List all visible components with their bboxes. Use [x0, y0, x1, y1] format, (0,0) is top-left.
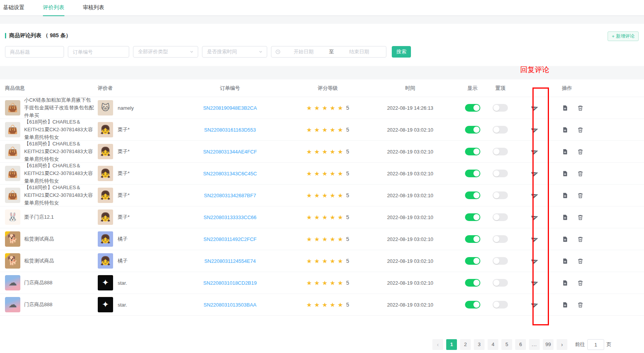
show-toggle[interactable]: [465, 148, 480, 155]
product-title: 【618同价】CHARLES＆KEITH21夏CK2-30781483大容量单肩…: [24, 118, 94, 141]
pagination-page-1[interactable]: 1: [446, 339, 457, 350]
reviewer-name: 栗子*: [118, 192, 130, 199]
show-toggle[interactable]: [465, 257, 480, 265]
top-toggle[interactable]: [493, 235, 508, 243]
top-toggle[interactable]: [493, 126, 508, 134]
pagination-page-6[interactable]: 6: [515, 339, 526, 350]
table-row: 🐰 栗子门店12.1 👧 栗子* SN220803133333CC66 ★★★★…: [0, 206, 644, 228]
order-number-link[interactable]: SN220803133333CC66: [204, 214, 256, 220]
tab-review-list[interactable]: 评价列表: [43, 0, 64, 15]
reply-send-icon[interactable]: [531, 214, 539, 221]
delete-icon[interactable]: [577, 148, 583, 155]
top-toggle[interactable]: [493, 104, 508, 112]
avatar-glyph: 👧: [100, 168, 110, 178]
order-number-link[interactable]: SN2208031343C6C45C: [203, 171, 257, 176]
show-toggle[interactable]: [465, 279, 480, 287]
reply-send-icon[interactable]: [531, 192, 539, 199]
copy-file-icon[interactable]: [562, 302, 568, 308]
product-title-input[interactable]: [5, 46, 64, 58]
top-toggle[interactable]: [493, 170, 508, 177]
reply-send-icon[interactable]: [531, 170, 539, 177]
copy-file-icon[interactable]: [562, 192, 568, 199]
review-time: 2022-08-19 03:02:10: [387, 258, 434, 264]
copy-file-icon[interactable]: [562, 105, 568, 111]
reply-send-icon[interactable]: [531, 257, 539, 265]
rating-score: 5: [346, 214, 349, 220]
product-cell: ☁ 门店商品888: [0, 275, 94, 290]
copy-file-icon[interactable]: [562, 170, 568, 177]
show-toggle[interactable]: [465, 213, 480, 221]
show-toggle[interactable]: [465, 126, 480, 134]
order-number-link[interactable]: SN2208031013503BAA: [204, 302, 256, 308]
avatar: 👧: [98, 166, 113, 181]
pagination-prev-button[interactable]: ‹: [432, 339, 443, 350]
delete-icon[interactable]: [577, 236, 583, 242]
delete-icon[interactable]: [577, 302, 583, 308]
time-search-select[interactable]: 是否搜索时间: [202, 46, 267, 58]
order-number-link[interactable]: SN220803161163D553: [204, 127, 256, 133]
pagination-page-2[interactable]: 2: [460, 339, 471, 350]
order-no-input[interactable]: [68, 46, 129, 58]
top-toggle[interactable]: [493, 301, 508, 308]
copy-file-icon[interactable]: [562, 280, 568, 286]
reviewer-cell: 👧 栗子*: [94, 122, 167, 137]
order-number-link[interactable]: SN2208031124554E74: [204, 258, 256, 264]
show-toggle[interactable]: [465, 104, 480, 112]
pagination-page-5[interactable]: 5: [501, 339, 512, 350]
show-toggle[interactable]: [465, 191, 480, 199]
review-type-select[interactable]: 全部评价类型: [133, 46, 198, 58]
title-accent-bar: [5, 33, 6, 38]
show-toggle[interactable]: [465, 235, 480, 243]
copy-file-icon[interactable]: [562, 214, 568, 221]
delete-icon[interactable]: [577, 105, 583, 111]
filter-row: 全部评价类型 是否搜索时间 开始日期 至 结束日期 搜索: [5, 46, 639, 58]
top-toggle[interactable]: [493, 213, 508, 221]
time-search-select-value: 是否搜索时间: [207, 48, 237, 55]
reply-send-icon[interactable]: [531, 104, 539, 112]
date-range-picker[interactable]: 开始日期 至 结束日期: [271, 46, 386, 58]
show-toggle[interactable]: [465, 301, 480, 308]
tab-audit-list[interactable]: 审核列表: [83, 0, 104, 15]
copy-file-icon[interactable]: [562, 127, 568, 133]
order-number-link[interactable]: SN2208031342687BF7: [204, 193, 256, 198]
reply-send-icon[interactable]: [531, 126, 539, 134]
product-title: 门店商品888: [24, 301, 53, 308]
order-number-link[interactable]: SN2208031018CD2B19: [203, 280, 257, 286]
delete-icon[interactable]: [577, 127, 583, 133]
top-toggle[interactable]: [493, 279, 508, 287]
order-number-link[interactable]: SN2208031344AE4FCF: [203, 149, 257, 155]
order-number-link[interactable]: SN2208190948E3B2CA: [203, 105, 257, 111]
reply-send-icon[interactable]: [531, 279, 539, 287]
pagination-next-button[interactable]: ›: [557, 339, 567, 350]
delete-icon[interactable]: [577, 192, 583, 199]
goto-page-input[interactable]: [587, 339, 604, 350]
table-row: ☁ 门店商品888 ✦ star. SN2208031013503BAA ★★★…: [0, 294, 644, 316]
avatar-glyph: 👧: [100, 125, 110, 135]
reviewer-name: 栗子*: [118, 214, 130, 221]
top-toggle[interactable]: [493, 191, 508, 199]
tab-basic-settings[interactable]: 基础设置: [3, 0, 25, 15]
top-toggle[interactable]: [493, 257, 508, 265]
order-number-link[interactable]: SN22080311492C2FCF: [204, 236, 257, 242]
search-button[interactable]: 搜索: [392, 46, 411, 58]
delete-icon[interactable]: [577, 214, 583, 221]
date-start-placeholder: 开始日期: [281, 48, 327, 55]
reply-send-icon[interactable]: [531, 236, 539, 243]
reply-send-icon[interactable]: [531, 301, 539, 308]
copy-file-icon[interactable]: [562, 258, 568, 264]
pagination-page-4[interactable]: 4: [488, 339, 498, 350]
copy-file-icon[interactable]: [562, 148, 568, 155]
delete-icon[interactable]: [577, 280, 583, 286]
pagination-page-99[interactable]: 99: [543, 339, 554, 350]
copy-file-icon[interactable]: [562, 236, 568, 242]
pagination-page-3[interactable]: 3: [474, 339, 485, 350]
show-toggle[interactable]: [465, 170, 480, 177]
reviewer-name: namely: [118, 105, 134, 111]
top-toggle[interactable]: [493, 148, 508, 155]
add-review-button[interactable]: + 新增评论: [608, 31, 639, 41]
delete-icon[interactable]: [577, 170, 583, 177]
delete-icon[interactable]: [577, 258, 583, 264]
table-row: 👜 【618同价】CHARLES＆KEITH21夏CK2-30781483大容量…: [0, 185, 644, 206]
reply-send-icon[interactable]: [531, 148, 539, 155]
review-time: 2022-08-19 03:02:10: [387, 280, 434, 286]
